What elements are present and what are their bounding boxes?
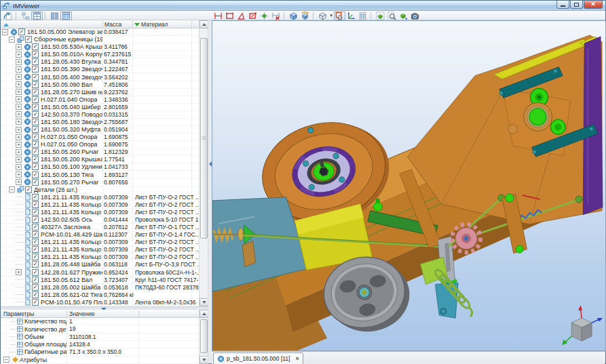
visibility-checkbox[interactable]: ✓ — [32, 126, 39, 133]
expander[interactable]: + — [16, 52, 22, 58]
tree-row[interactable]: +✓Н.027.01.040 Опора1.348336 — [1, 96, 199, 104]
visibility-checkbox[interactable]: ✓ — [32, 277, 39, 283]
tree-row[interactable]: +✓Н.027.01.050 Опора1.690875 — [1, 134, 199, 141]
column-material[interactable]: Материал — [141, 21, 168, 28]
tree-row[interactable]: ✓181.28.05.002 Шайба сферическая0.053618… — [1, 284, 199, 291]
zoom-model-icon[interactable] — [398, 12, 409, 20]
tree-row[interactable]: +✓181.50.05.530А Крышка3.411786 — [1, 43, 199, 51]
measure-width-icon[interactable] — [212, 12, 224, 20]
tree-row[interactable]: ✓181.28.05.448 Шайба0.063118Лист Б-ПУ-О-… — [1, 261, 199, 268]
visibility-checkbox[interactable]: ✓ — [32, 171, 39, 178]
visibility-checkbox[interactable]: ✓ — [25, 186, 32, 193]
tree-row[interactable]: +✓181.50.05.040 Шибер2.801659 — [1, 104, 199, 111]
column-value[interactable]: Значение — [69, 310, 95, 317]
expander[interactable]: − — [9, 186, 15, 193]
tree-row[interactable]: +✓181.50.05.400 Звездочка3.564202 — [1, 73, 199, 81]
expander[interactable]: + — [16, 74, 22, 80]
tree-row[interactable]: −✓181.50.05.000 Элеватор зерновой0.03841… — [1, 28, 199, 36]
expander[interactable]: + — [16, 44, 22, 50]
column-parameters[interactable]: Параметры — [3, 310, 34, 317]
transform-axes-icon[interactable] — [345, 12, 357, 20]
visibility-checkbox[interactable]: ✓ — [25, 36, 32, 43]
select-highlight-icon[interactable] — [334, 12, 345, 20]
tree-row[interactable]: +✓181.50.05.130 Тяга1.893127 — [1, 171, 199, 178]
expander[interactable]: + — [16, 142, 22, 148]
visibility-checkbox[interactable]: ✓ — [32, 134, 39, 140]
import-model-icon[interactable] — [2, 12, 14, 20]
parameter-row[interactable]: Количество дета...19 — [1, 325, 199, 333]
minimize-button[interactable] — [556, 1, 569, 9]
tree-row[interactable]: +✓Н.027.01.050 Опора1.690875 — [1, 141, 199, 148]
parameter-row[interactable]: Габаритные раз...71.3 x 350.0 x 350.0 — [1, 348, 199, 356]
tree-row[interactable]: ✓РСМ-10.01.48.429 Шайба защитная0.112307… — [1, 231, 199, 239]
visibility-checkbox[interactable]: ✓ — [32, 194, 39, 201]
expander[interactable]: + — [16, 127, 22, 133]
visibility-checkbox[interactable]: ✓ — [32, 254, 39, 260]
expander[interactable]: + — [16, 111, 22, 117]
visibility-checkbox[interactable]: ✓ — [32, 179, 39, 186]
visibility-checkbox[interactable]: ✓ — [32, 269, 39, 276]
tree-row[interactable]: +✓181.50.05.100 Удлинитель1.041733 — [1, 163, 199, 171]
visibility-checkbox[interactable]: ✓ — [32, 239, 39, 245]
tree-row[interactable]: ✓40327А Заслонка0.207812Лист БТ-ПУ-О-1 Г… — [1, 224, 199, 231]
tree-row[interactable]: +✓181.50.05.200 Крышка1.77541 — [1, 156, 199, 163]
green-bearing[interactable] — [550, 119, 565, 134]
visibility-checkbox[interactable]: ✓ — [32, 104, 39, 110]
visibility-checkbox[interactable]: ✓ — [32, 291, 39, 298]
tree-row[interactable]: +✓142.50.03.370 Поводок0.031315 — [1, 111, 199, 119]
tree-row[interactable]: +✓142.28.01.627 Пружина0.852424Проволока… — [1, 269, 199, 277]
measure-angle-icon[interactable] — [235, 12, 247, 20]
expander[interactable]: + — [16, 89, 22, 95]
visibility-checkbox[interactable]: ✓ — [32, 148, 39, 155]
visibility-checkbox[interactable]: ✓ — [32, 216, 39, 223]
expander[interactable]: + — [16, 179, 22, 185]
tree-row[interactable]: −✓Сборочные единицы (19 шт.) — [1, 36, 199, 43]
tree-row[interactable]: ✓181.21.11.435 Кольцо0.007309Лист БТ-ПУ-… — [1, 194, 199, 201]
measure-remove-icon[interactable] — [270, 12, 282, 20]
expander[interactable]: + — [16, 157, 22, 163]
tree-row[interactable]: ✓142.50.02.605 Ось0.041444Проволока 5-10… — [1, 216, 199, 224]
cube-front-icon[interactable] — [288, 12, 299, 20]
tree-row[interactable]: −✓Детали (26 шт.) — [1, 186, 199, 194]
parameter-row[interactable]: Общая площадь...14328.4 — [1, 341, 199, 348]
params-scrollbar[interactable] — [199, 310, 208, 364]
tree-row[interactable]: ✓181.50.05.612 Вал3.723407Круг h11-40 ГО… — [1, 277, 199, 284]
visibility-checkbox[interactable]: ✓ — [32, 51, 39, 58]
visibility-checkbox[interactable]: ✓ — [32, 201, 39, 208]
parameter-row[interactable]: Объем3110108.1 — [1, 333, 199, 341]
visibility-checkbox[interactable]: ✓ — [32, 224, 39, 230]
scrollbar-thumb[interactable] — [200, 38, 208, 239]
maximize-button[interactable] — [570, 1, 583, 9]
green-bearing[interactable] — [524, 103, 552, 132]
visibility-checkbox[interactable]: ✓ — [32, 156, 39, 163]
tree-row[interactable]: +✓181.50.05.010А Корпус67.237615 — [1, 51, 199, 58]
columns-view-icon[interactable] — [49, 12, 60, 20]
expander[interactable]: + — [16, 119, 22, 125]
visibility-checkbox[interactable]: ✓ — [32, 284, 39, 291]
tree-column-header[interactable]: Масса Материал — [1, 20, 208, 28]
zoom-window-icon[interactable] — [386, 12, 398, 20]
fit-model-icon[interactable] — [375, 12, 386, 20]
columns-wide-view-icon[interactable] — [60, 12, 72, 20]
tree-row[interactable]: ✓181.21.11.435 Кольцо0.007309Лист БТ-ПУ-… — [1, 254, 199, 261]
visibility-checkbox[interactable]: ✓ — [32, 89, 39, 96]
tree-row[interactable]: ✓181.21.11.435 Кольцо0.007309Лист БТ-ПУ-… — [1, 209, 199, 216]
tree-row[interactable]: +✓181.28.05.430 Втулка0.344781 — [1, 58, 199, 66]
document-tab[interactable]: p_sb_181.50.05.000 [11] × — [213, 352, 303, 364]
expander[interactable]: + — [16, 134, 22, 140]
tree-row[interactable]: +✓181.50.05.090 Вал7.451806 — [1, 81, 199, 89]
close-button[interactable]: ✕ — [584, 1, 603, 9]
measure-area-icon[interactable] — [247, 12, 259, 20]
expander[interactable]: + — [16, 149, 22, 155]
visibility-checkbox[interactable]: ✓ — [32, 74, 39, 81]
viewport-3d[interactable] — [212, 20, 606, 351]
visibility-checkbox[interactable]: ✓ — [32, 141, 39, 148]
tree-row[interactable]: ✓РСМ-10.01.50.479 Планка0.143348Лента 08… — [1, 299, 199, 306]
drawing-sheet-icon[interactable] — [357, 12, 368, 20]
parameters-panel[interactable]: Количество подс...1Количество дета...19О… — [1, 318, 199, 364]
tree-row[interactable]: ✓181.21.11.435 Кольцо0.007309Лист БТ-ПУ-… — [1, 246, 199, 254]
screenshot-icon[interactable] — [409, 12, 421, 20]
visibility-checkbox[interactable]: ✓ — [32, 58, 39, 65]
expander[interactable]: + — [16, 66, 22, 73]
visibility-checkbox[interactable]: ✓ — [32, 81, 39, 88]
